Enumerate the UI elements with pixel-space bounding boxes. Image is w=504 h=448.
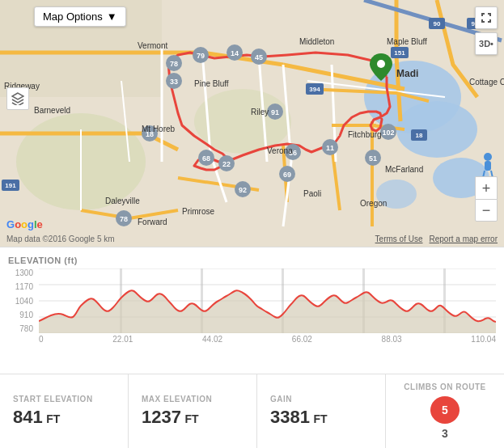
svg-text:P: P	[379, 62, 383, 68]
fullscreen-button[interactable]	[475, 6, 498, 29]
svg-text:22: 22	[222, 160, 231, 168]
svg-text:Fitchburg: Fitchburg	[348, 130, 382, 139]
svg-text:Pine Bluff: Pine Bluff	[194, 79, 229, 88]
start-elevation-value: 841 FT	[13, 407, 60, 428]
svg-text:Riley: Riley	[251, 108, 269, 116]
svg-text:69: 69	[283, 171, 291, 179]
x-label-22: 22.01	[112, 335, 133, 344]
svg-text:92: 92	[239, 186, 247, 194]
svg-text:Madi: Madi	[396, 68, 418, 79]
dropdown-arrow-icon: ▼	[107, 11, 117, 23]
svg-text:14: 14	[231, 49, 239, 57]
svg-text:68: 68	[202, 154, 210, 163]
svg-text:Vermont: Vermont	[138, 41, 167, 50]
svg-text:Forward: Forward	[138, 218, 167, 226]
svg-point-72	[484, 153, 492, 161]
svg-text:McFarland: McFarland	[385, 165, 423, 174]
add-layer-button[interactable]	[6, 87, 29, 110]
svg-text:Barneveld: Barneveld	[34, 106, 70, 115]
svg-text:Primrose: Primrose	[182, 207, 214, 216]
svg-text:Cottage C: Cottage C	[469, 78, 504, 87]
pegman-icon	[480, 152, 496, 178]
elevation-chart-area	[39, 268, 496, 333]
climb-badge-value: 5	[442, 404, 448, 416]
gain-label: GAIN	[270, 395, 292, 404]
svg-text:Mt Horeb: Mt Horeb	[142, 125, 176, 133]
svg-text:79: 79	[197, 52, 205, 60]
map-container[interactable]: 79 14 45 33 78 18 68 22 92 91 56 11	[0, 0, 504, 247]
stats-section: START ELEVATION 841 FT MAX ELEVATION 123…	[0, 374, 504, 448]
svg-text:91: 91	[271, 108, 279, 116]
svg-text:11: 11	[326, 144, 334, 152]
svg-text:394: 394	[309, 86, 320, 93]
start-elevation-block: START ELEVATION 841 FT	[0, 374, 129, 448]
svg-text:Paoli: Paoli	[303, 189, 321, 198]
map-options-button[interactable]: Map Options ▼	[34, 6, 126, 27]
start-elevation-label: START ELEVATION	[13, 395, 93, 404]
zoom-out-button[interactable]: −	[475, 199, 498, 222]
zoom-in-button[interactable]: +	[475, 176, 498, 199]
climb-badge[interactable]: 5	[430, 396, 460, 424]
y-label-1170: 1170	[8, 282, 36, 291]
x-label-110: 110.04	[471, 335, 496, 344]
svg-text:51: 51	[369, 154, 377, 163]
svg-text:Middleton: Middleton	[299, 37, 334, 46]
svg-rect-73	[485, 161, 491, 171]
svg-text:191: 191	[5, 182, 16, 189]
svg-text:90: 90	[434, 20, 441, 27]
max-elevation-value: 1237 FT	[142, 407, 199, 428]
elevation-y-axis: 1300 1170 1040 910 780	[8, 268, 36, 333]
map-terms: Terms of Use Report a map error	[375, 235, 498, 243]
fullscreen-icon	[481, 12, 492, 23]
gain-block: GAIN 3381 FT	[257, 374, 386, 448]
climbs-label: CLIMBS ON ROUTE	[404, 382, 485, 391]
svg-text:Maple Bluff: Maple Bluff	[387, 37, 427, 46]
layers-icon	[11, 92, 24, 105]
svg-text:78: 78	[120, 215, 128, 223]
svg-text:78: 78	[170, 60, 178, 68]
x-label-66: 66.02	[292, 335, 312, 344]
gain-value: 3381 FT	[270, 407, 328, 428]
map-options-label: Map Options	[43, 11, 103, 23]
climbs-block: CLIMBS ON ROUTE 5 3	[386, 374, 504, 448]
map-attribution: Map data ©2016 Google 5 km	[6, 235, 115, 243]
elevation-chart: 1300 1170 1040 910 780	[8, 268, 496, 345]
elevation-x-axis: 0 22.01 44.02 66.02 88.03 110.04	[39, 335, 496, 344]
x-label-44: 44.02	[202, 335, 222, 344]
svg-text:33: 33	[170, 78, 178, 86]
max-elevation-label: MAX ELEVATION	[142, 395, 212, 404]
elevation-section: ELEVATION (ft) 1300 1170 1040 910 780	[0, 247, 504, 374]
svg-text:Verona: Verona	[267, 146, 293, 155]
x-label-88: 88.03	[382, 335, 402, 344]
google-logo: Google	[6, 218, 43, 230]
svg-text:Oregon: Oregon	[360, 199, 387, 208]
y-label-780: 780	[8, 324, 36, 333]
svg-text:102: 102	[382, 129, 394, 137]
svg-text:151: 151	[394, 49, 405, 57]
y-label-1300: 1300	[8, 268, 36, 277]
y-label-910: 910	[8, 311, 36, 319]
threed-label: 3D•	[479, 39, 493, 49]
threed-button[interactable]: 3D•	[475, 32, 498, 55]
map-top-controls: 3D•	[475, 6, 498, 55]
max-elevation-block: MAX ELEVATION 1237 FT	[129, 374, 257, 448]
y-label-1040: 1040	[8, 297, 36, 306]
climb-count: 3	[442, 427, 448, 440]
svg-point-2	[396, 101, 477, 158]
x-label-0: 0	[39, 335, 44, 344]
svg-text:45: 45	[255, 53, 263, 61]
zoom-controls: + −	[475, 176, 498, 222]
svg-text:18: 18	[416, 132, 423, 139]
elevation-title: ELEVATION (ft)	[8, 256, 496, 265]
svg-text:Daleyville: Daleyville	[105, 197, 140, 205]
